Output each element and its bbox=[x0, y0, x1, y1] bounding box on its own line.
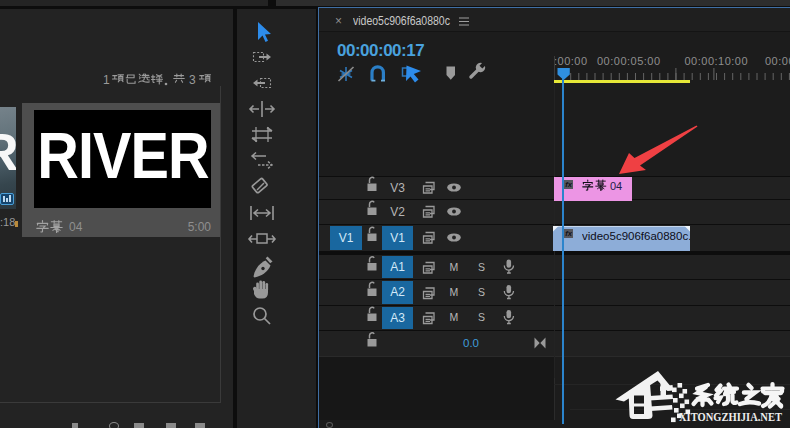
svg-text:M: M bbox=[450, 311, 459, 323]
svg-text:S: S bbox=[478, 286, 485, 298]
svg-text:S: S bbox=[478, 311, 485, 323]
svg-text:0.0: 0.0 bbox=[463, 337, 479, 349]
svg-text:M: M bbox=[450, 261, 459, 273]
svg-text:M: M bbox=[450, 286, 459, 298]
svg-text:1: 1 bbox=[103, 73, 110, 87]
svg-text:XITONGZHIJIA.NET: XITONGZHIJIA.NET bbox=[679, 409, 782, 424]
svg-text:3: 3 bbox=[189, 73, 196, 87]
svg-text:S: S bbox=[478, 261, 485, 273]
